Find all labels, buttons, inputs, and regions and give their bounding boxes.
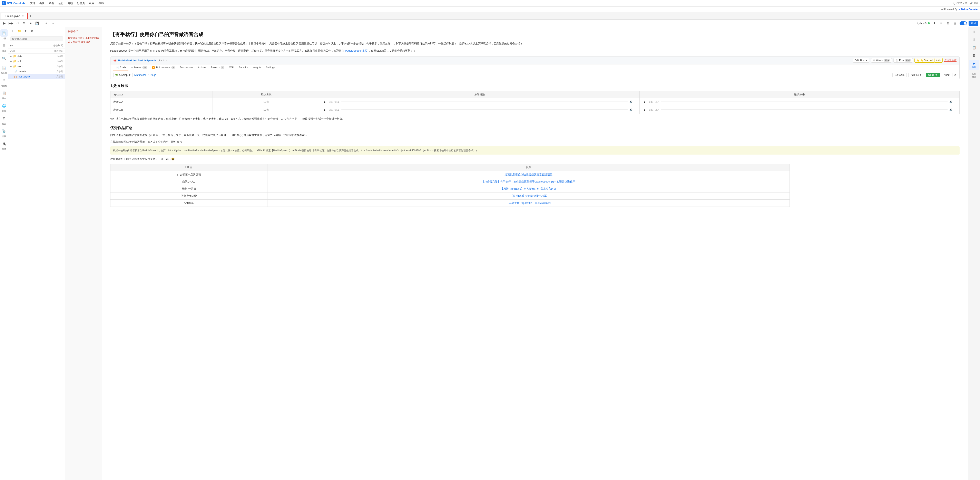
video-link-3[interactable]: 【原神Rap】纳西妲vs雷电将军: [510, 194, 547, 197]
clear-button[interactable]: ○: [50, 21, 56, 26]
sidebar-item-task[interactable]: ⚙ 任务: [0, 114, 8, 126]
video-link-1[interactable]: 【Ai语音克隆】有手能行！教你云端运行基于paddlespeech的中文语音克隆…: [482, 180, 575, 183]
upload-icon[interactable]: ⬆: [931, 21, 937, 26]
watch-button[interactable]: 👁 Watch 159: [871, 58, 892, 63]
sidebar-item-toc[interactable]: ☰ 目录: [0, 41, 8, 54]
toggle-switch[interactable]: [959, 21, 967, 25]
github-nav-wiki[interactable]: Wiki: [227, 65, 236, 71]
refresh-files-button[interactable]: ⟳: [29, 28, 35, 34]
more-icon[interactable]: ⋮: [634, 108, 636, 111]
rp-delete-button[interactable]: 🗑: [969, 52, 979, 59]
tab-main-ipynb[interactable]: [-] main.ipynb ×: [1, 13, 28, 19]
volume-icon[interactable]: 🔊: [950, 108, 953, 111]
more-icon[interactable]: ⋮: [954, 108, 956, 111]
github-nav-prs[interactable]: 🔀 Pull requests 5: [150, 65, 178, 71]
progress-bar[interactable]: [341, 109, 628, 110]
github-nav-settings[interactable]: Settings: [264, 65, 277, 71]
video-link-4[interactable]: 【电对主播Rap Battle】单身vs殿能帅: [506, 201, 550, 204]
run-cell-button[interactable]: ▶: [2, 21, 7, 26]
menu-file[interactable]: 文件: [28, 1, 37, 6]
delete-icon[interactable]: 🗑: [952, 21, 958, 26]
progress-bar[interactable]: [661, 109, 948, 110]
star-button[interactable]: ⭐ ⭐ Starred: [915, 58, 934, 63]
upload-button[interactable]: ⬆: [23, 28, 29, 34]
align-icon[interactable]: ≡: [939, 21, 944, 26]
rp-copy-button[interactable]: 📋: [969, 44, 979, 51]
file-item-data[interactable]: ▶ 📁 data 几秒前: [8, 54, 65, 59]
menu-view[interactable]: 查看: [47, 1, 56, 6]
interrupt-button[interactable]: ■: [28, 21, 33, 26]
add-cell-button[interactable]: +: [43, 21, 49, 26]
play-button[interactable]: ▶: [323, 100, 327, 104]
star-note[interactable]: 点这里收藏: [944, 59, 956, 62]
rp-run-button[interactable]: ▶ 运行: [969, 60, 979, 70]
play-button[interactable]: ▶: [643, 100, 647, 104]
tab-close-button[interactable]: ×: [21, 14, 25, 17]
menu-tabs[interactable]: 标签页: [75, 1, 87, 6]
branch-button[interactable]: 🌿 develop ▼: [113, 73, 133, 77]
tab-add-button[interactable]: +: [28, 13, 33, 19]
video-link-2[interactable]: 【原神Rap Battle】别人新春红火 我家后宫起火: [501, 187, 556, 190]
sidebar-item-plugin[interactable]: 🔌 套件: [0, 139, 8, 151]
tab-more-button[interactable]: ⋯: [33, 13, 39, 19]
sidebar-item-version[interactable]: 📋 版本: [0, 89, 8, 101]
rp-upload-button[interactable]: ⬆: [969, 29, 979, 35]
add-file-button[interactable]: Add file ▼: [908, 73, 924, 77]
rp-run-mode-button[interactable]: 运行模式: [969, 71, 979, 80]
github-nav-insights[interactable]: Insights: [250, 65, 263, 71]
github-nav-discussions[interactable]: Discussions: [177, 65, 196, 71]
sidebar-item-env[interactable]: 🌐 环境: [0, 101, 8, 113]
menu-settings[interactable]: 设置: [87, 1, 96, 6]
menu-help[interactable]: 帮助: [96, 1, 106, 6]
volume-icon[interactable]: 🔊: [630, 101, 633, 103]
grid-icon[interactable]: ⊞: [945, 21, 951, 26]
sidebar-item-visual[interactable]: 👁 可视化: [0, 76, 8, 88]
code-button[interactable]: 代码: [969, 21, 978, 26]
sidebar-item-file[interactable]: 📄 文件: [0, 29, 8, 41]
github-nav-actions[interactable]: Actions: [196, 65, 208, 71]
file-item-util[interactable]: ▶ 📁 util 几秒前: [8, 59, 65, 64]
fork-button[interactable]: 🍴 Fork 950: [893, 58, 913, 63]
file-item-main-ipynb[interactable]: [-] main.ipynb 几秒前: [8, 74, 65, 79]
more-icon[interactable]: ⋮: [634, 101, 636, 103]
play-button[interactable]: ▶: [323, 108, 327, 112]
filter-input[interactable]: [10, 36, 63, 41]
progress-bar[interactable]: [341, 101, 628, 102]
restart-button[interactable]: ↺: [15, 21, 21, 26]
volume-icon[interactable]: 🔊: [630, 108, 633, 111]
menu-edit[interactable]: 编辑: [37, 1, 47, 6]
video-2: 【原神Rap Battle】别人新春红火 我家后宫起火: [267, 185, 790, 192]
feedback-button[interactable]: 💬 意见反馈: [953, 2, 967, 5]
paddlespeech-link[interactable]: PaddleSpeech主页: [345, 49, 368, 52]
more-icon[interactable]: ⋮: [954, 101, 956, 103]
menu-run[interactable]: 运行: [56, 1, 65, 6]
goto-file-button[interactable]: Go to file: [892, 73, 907, 77]
github-nav-projects[interactable]: Projects 1: [208, 65, 227, 71]
settings-gear-icon[interactable]: ⚙: [954, 74, 956, 77]
code-dropdown-button[interactable]: Code ▼: [926, 73, 940, 77]
new-file-button[interactable]: +: [10, 28, 16, 34]
menu-kernel[interactable]: 内核: [65, 1, 75, 6]
file-item-envsh[interactable]: 📄 env.sh 几秒前: [8, 69, 65, 74]
github-nav-code[interactable]: 📄 Code: [113, 65, 129, 71]
tags-link[interactable]: 11 tags: [148, 74, 156, 76]
branches-link[interactable]: 5 branches: [134, 74, 146, 76]
rp-download-button[interactable]: ⬇: [969, 36, 979, 43]
refresh-button[interactable]: ⟳: [21, 21, 27, 26]
play-button[interactable]: ▶: [643, 108, 647, 112]
progress-bar[interactable]: [661, 101, 948, 102]
save-button[interactable]: 💾: [34, 21, 40, 26]
github-nav-issues[interactable]: ⚠ Issues 28: [129, 65, 150, 71]
deploy-button[interactable]: 🚀 部署: [970, 2, 978, 5]
sidebar-item-monitor[interactable]: 📡 监控: [0, 127, 8, 139]
sidebar-item-search[interactable]: 🔍: [0, 54, 8, 63]
volume-icon[interactable]: 🔊: [950, 101, 953, 103]
new-folder-button[interactable]: 📁: [16, 28, 22, 34]
edit-pins-button[interactable]: Edit Pins ▼: [853, 58, 869, 63]
run-all-button[interactable]: ▶▶: [8, 21, 14, 26]
github-nav-security[interactable]: Security: [236, 65, 250, 71]
sidebar-item-dataset[interactable]: 📊 数据集: [0, 63, 8, 76]
video-link-0[interactable]: 诸葛孔明带你体验超便捷的语音克隆项目: [505, 173, 552, 176]
about-button[interactable]: About: [942, 73, 953, 77]
file-item-work[interactable]: ▶ 📁 work 几秒前: [8, 64, 65, 69]
